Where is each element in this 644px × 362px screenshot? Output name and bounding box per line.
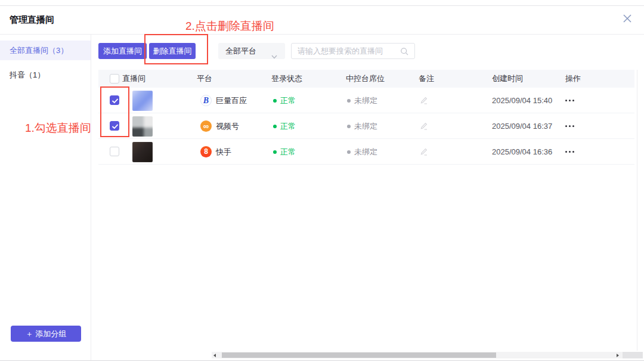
column-created-at: 创建时间	[492, 70, 523, 88]
platform-name: 视频号	[216, 113, 239, 139]
platform-filter-select[interactable]: 全部平台	[218, 43, 285, 59]
platform-filter-value: 全部平台	[225, 47, 256, 55]
pencil-icon	[419, 96, 428, 105]
close-icon	[622, 13, 633, 24]
row-checkbox[interactable]	[110, 121, 119, 131]
platform-name: 快手	[216, 139, 231, 165]
status-dot	[273, 150, 277, 154]
page-title: 管理直播间	[10, 14, 54, 26]
manage-live-rooms-dialog: 管理直播间 全部直播间（3） 抖音（1） ＋ 添加分组 添加直播间 删除直播间 …	[0, 0, 644, 362]
more-actions-button[interactable]	[565, 100, 574, 101]
room-thumbnail	[132, 116, 153, 137]
add-room-button[interactable]: 添加直播间	[98, 43, 147, 59]
check-icon	[110, 96, 120, 106]
horizontal-scrollbar-thumb[interactable]	[222, 352, 496, 358]
window-bottom-border	[0, 360, 644, 361]
edit-remark-button[interactable]	[419, 122, 428, 133]
search-icon	[400, 47, 409, 58]
more-actions-button[interactable]	[565, 151, 574, 153]
column-room: 直播间	[122, 70, 145, 88]
search-input[interactable]	[298, 44, 393, 58]
window-top-strip	[0, 0, 644, 6]
created-time: 2025/09/04 16:37	[492, 113, 552, 139]
status-dot	[273, 125, 277, 128]
column-platform: 平台	[197, 70, 212, 88]
login-status: 正常	[280, 139, 296, 165]
edit-remark-button[interactable]	[419, 96, 428, 107]
check-icon	[110, 122, 120, 131]
sidebar-item-all-rooms[interactable]: 全部直播间（3）	[0, 41, 91, 60]
seat-dot	[347, 150, 351, 154]
annotation-step2-label: 2.点击删除直播间	[185, 18, 274, 34]
status-dot	[273, 99, 277, 103]
scroll-left-arrow[interactable]	[213, 354, 216, 357]
edit-remark-button[interactable]	[419, 147, 428, 159]
room-thumbnail	[132, 142, 153, 162]
pencil-icon	[419, 122, 428, 131]
close-button[interactable]	[622, 13, 635, 26]
shipinhao-icon: ∞	[200, 120, 212, 132]
room-thumbnail	[132, 91, 153, 111]
pencil-icon	[419, 147, 428, 156]
platform-name: 巨量百应	[216, 88, 247, 113]
console-seat: 未绑定	[354, 113, 377, 139]
login-status: 正常	[280, 113, 296, 139]
more-icon	[565, 151, 567, 153]
scrollbar-corner	[623, 352, 643, 358]
created-time: 2025/09/04 16:36	[492, 139, 552, 165]
table-row: 8 快手 正常 未绑定 2025/09/04 16:36	[98, 139, 634, 165]
header-divider	[0, 34, 644, 35]
column-login-status: 登录状态	[271, 70, 302, 88]
column-remark: 备注	[419, 70, 434, 88]
created-time: 2025/09/04 15:40	[492, 88, 552, 113]
row-checkbox[interactable]	[110, 147, 119, 156]
juliang-baiying-icon: B	[200, 95, 212, 106]
table-header: 直播间 平台 登录状态 中控台席位 备注 创建时间 操作	[98, 70, 634, 88]
table-row: ∞ 视频号 正常 未绑定 2025/09/04 16:37	[98, 113, 634, 139]
row-checkbox[interactable]	[110, 95, 119, 105]
search-box	[291, 43, 415, 59]
console-seat: 未绑定	[354, 88, 377, 113]
column-console-seat: 中控台席位	[346, 70, 385, 88]
seat-dot	[347, 99, 351, 103]
login-status: 正常	[280, 88, 296, 113]
console-seat: 未绑定	[354, 139, 377, 165]
sidebar-item-douyin[interactable]: 抖音（1）	[0, 65, 91, 85]
more-actions-button[interactable]	[565, 125, 574, 127]
kuaishou-icon: 8	[200, 146, 212, 157]
scroll-right-arrow[interactable]	[617, 354, 619, 357]
select-all-checkbox[interactable]	[110, 74, 119, 83]
table-right-border	[637, 70, 637, 351]
more-icon	[565, 100, 567, 101]
column-actions: 操作	[565, 70, 581, 88]
chevron-down-icon	[271, 48, 277, 64]
table-row: B 巨量百应 正常 未绑定 2025/09/04 15:40	[98, 88, 634, 113]
add-group-button[interactable]: ＋ 添加分组	[11, 326, 81, 342]
sidebar-divider	[91, 35, 91, 360]
seat-dot	[347, 125, 351, 128]
delete-room-button[interactable]: 删除直播间	[149, 43, 196, 59]
more-icon	[565, 125, 567, 127]
annotation-step1-label: 1.勾选直播间	[25, 120, 91, 136]
